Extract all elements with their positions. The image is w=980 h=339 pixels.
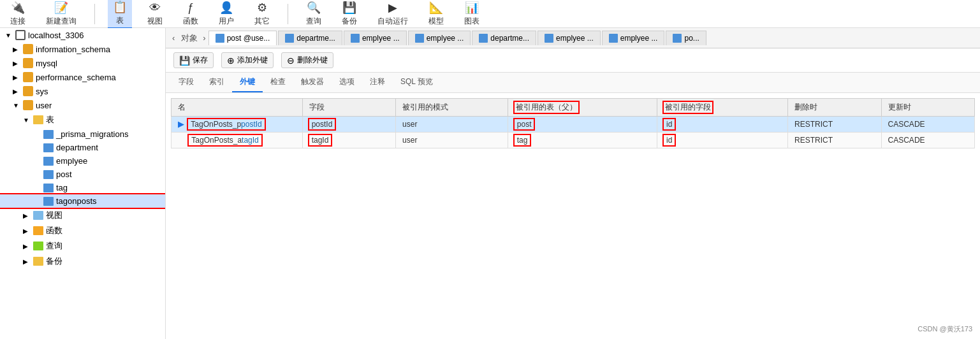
function-icon: ƒ — [184, 1, 198, 15]
folder-icon-views — [33, 211, 43, 220]
row2-arrow — [178, 136, 184, 145]
row2-field-highlight: tagId — [309, 135, 332, 145]
sidebar-server[interactable]: ▼ localhost_3306 — [0, 28, 165, 42]
folder-arrow-queries: ▶ — [23, 243, 31, 250]
folder-arrow-backup: ▶ — [23, 258, 31, 265]
row2-update[interactable]: CASCADE — [881, 133, 974, 148]
db-arrow-5: ▼ — [13, 102, 20, 109]
autorun-icon: ▶ — [386, 1, 400, 15]
tab-fk[interactable]: 外键 — [232, 73, 263, 92]
header-parent-field: 被引用的字段 — [657, 99, 788, 117]
tab-department2[interactable]: departme... — [472, 31, 536, 45]
tab-po[interactable]: po... — [666, 31, 706, 45]
sidebar-db-sys[interactable]: ▶ sys — [0, 84, 165, 98]
row1-name-highlight: TagOnPosts_ppostId — [188, 119, 264, 129]
db-icon-3 — [23, 72, 33, 82]
tab-right-arrow[interactable]: › — [200, 33, 208, 43]
toolbar-autorun[interactable]: ▶ 自动运行 — [372, 0, 413, 28]
table-icon-2 — [43, 143, 54, 152]
tab-sql-preview[interactable]: SQL 预览 — [393, 73, 441, 92]
table-icon-4 — [43, 170, 54, 179]
main-area: ▼ localhost_3306 ▶ information_schema ▶ … — [0, 28, 980, 339]
fk-table: 名 字段 被引用的模式 被引用的表（父） 被引用的字段 删除时 更新时 — [171, 98, 975, 148]
db-icon-4 — [23, 86, 33, 96]
row1-arrow: ▶ — [178, 120, 184, 129]
sidebar-db-user[interactable]: ▼ user — [0, 98, 165, 112]
sidebar-folder-backup[interactable]: ▶ 备份 — [0, 254, 165, 269]
chart-icon: 📊 — [465, 1, 479, 15]
toolbar-new-query[interactable]: 📝 新建查询 — [41, 0, 82, 28]
row1-update[interactable]: CASCADE — [881, 117, 974, 133]
tab-index[interactable]: 索引 — [201, 73, 232, 92]
toolbar-backup[interactable]: 💾 备份 — [337, 0, 362, 28]
sidebar-table-emplyee[interactable]: emplyee — [0, 154, 165, 168]
tab-check[interactable]: 检查 — [263, 73, 293, 92]
row2-parent-table-highlight: tag — [515, 135, 530, 145]
toolbar-query[interactable]: 🔍 查询 — [301, 0, 326, 28]
row1-name[interactable]: ▶ TagOnPosts_ppostId — [172, 117, 303, 133]
sidebar-folder-queries[interactable]: ▶ 查询 — [0, 238, 165, 254]
row2-name[interactable]: TagOnPosts_atagId — [172, 133, 303, 148]
tab-trigger[interactable]: 触发器 — [293, 73, 332, 92]
toolbar-connect[interactable]: 🔌 连接 — [5, 0, 31, 28]
row1-parent-table-highlight: post — [515, 119, 534, 129]
sidebar-db-information_schema[interactable]: ▶ information_schema — [0, 42, 165, 56]
sidebar-table-tag[interactable]: tag — [0, 181, 165, 194]
toolbar-model[interactable]: 📐 模型 — [423, 0, 449, 28]
tab-emplyee4-icon — [609, 34, 618, 43]
folder-icon-functions — [33, 226, 43, 235]
row2-mode[interactable]: user — [396, 133, 508, 148]
watermark: CSDN @黄沃173 — [918, 324, 972, 334]
table-row[interactable]: ▶ TagOnPosts_ppostId postId user post — [172, 117, 975, 133]
save-button[interactable]: 💾 保存 — [173, 52, 214, 68]
row2-delete[interactable]: RESTRICT — [788, 133, 881, 148]
sidebar-db-performance_schema[interactable]: ▶ performance_schema — [0, 70, 165, 84]
tab-comment[interactable]: 注释 — [362, 73, 393, 92]
tab-post[interactable]: post @use... — [208, 31, 277, 45]
tab-left-arrow[interactable]: ‹ — [168, 33, 179, 43]
row2-parent-field[interactable]: id — [657, 133, 788, 148]
row1-mode[interactable]: user — [396, 117, 508, 133]
tab-emplyee3[interactable]: emplyee ... — [538, 31, 601, 45]
sidebar-table-department[interactable]: department — [0, 141, 165, 154]
tab-department2-icon — [479, 34, 488, 43]
save-icon: 💾 — [179, 55, 190, 66]
tab-fields[interactable]: 字段 — [171, 73, 201, 92]
tab-department1[interactable]: departme... — [278, 31, 342, 45]
row2-parent-table[interactable]: tag — [508, 133, 657, 148]
header-update: 更新时 — [881, 99, 974, 117]
tab-options[interactable]: 选项 — [332, 73, 362, 92]
tab-emplyee4[interactable]: emplyee ... — [602, 31, 665, 45]
add-fk-button[interactable]: ⊕ 添加外键 — [221, 52, 274, 68]
tab-emplyee1[interactable]: emplyee ... — [344, 31, 407, 45]
sidebar-folder-functions[interactable]: ▶ 函数 — [0, 223, 165, 238]
db-arrow-4: ▶ — [13, 88, 20, 95]
sidebar-table-post[interactable]: post — [0, 168, 165, 181]
tab-po-icon — [673, 34, 682, 43]
row1-parent-field[interactable]: id — [657, 117, 788, 133]
fk-table-container: 名 字段 被引用的模式 被引用的表（父） 被引用的字段 删除时 更新时 — [166, 93, 980, 339]
toolbar-chart[interactable]: 📊 图表 — [459, 0, 485, 28]
toolbar-view[interactable]: 👁 视图 — [142, 0, 168, 28]
sidebar-table-tagonposts[interactable]: tagonposts — [0, 194, 165, 208]
sidebar-folder-tables[interactable]: ▼ 表 — [0, 112, 165, 127]
table-row[interactable]: TagOnPosts_atagId tagId user tag id — [172, 133, 975, 148]
db-icon-5 — [23, 100, 33, 110]
row1-parent-table[interactable]: post — [508, 117, 657, 133]
tab-emplyee2[interactable]: emplyee ... — [408, 31, 471, 45]
row1-delete[interactable]: RESTRICT — [788, 117, 881, 133]
sidebar-table-prisma[interactable]: _prisma_migrations — [0, 127, 165, 141]
row2-field[interactable]: tagId — [302, 133, 395, 148]
sidebar-folder-views[interactable]: ▶ 视图 — [0, 208, 165, 223]
tab-emplyee3-icon — [545, 34, 553, 43]
row1-field[interactable]: postId — [302, 117, 395, 133]
sidebar-db-mysql[interactable]: ▶ mysql — [0, 56, 165, 70]
toolbar-function[interactable]: ƒ 函数 — [178, 0, 203, 28]
toolbar-user[interactable]: 👤 用户 — [214, 0, 239, 28]
db-icon-2 — [23, 58, 33, 68]
table-icon: 📋 — [113, 0, 127, 14]
db-arrow-1: ▶ — [13, 46, 20, 53]
delete-fk-button[interactable]: ⊖ 删除外键 — [281, 52, 333, 68]
toolbar-table[interactable]: 📋 表 — [108, 0, 132, 29]
toolbar-other[interactable]: ⚙ 其它 — [249, 0, 275, 28]
